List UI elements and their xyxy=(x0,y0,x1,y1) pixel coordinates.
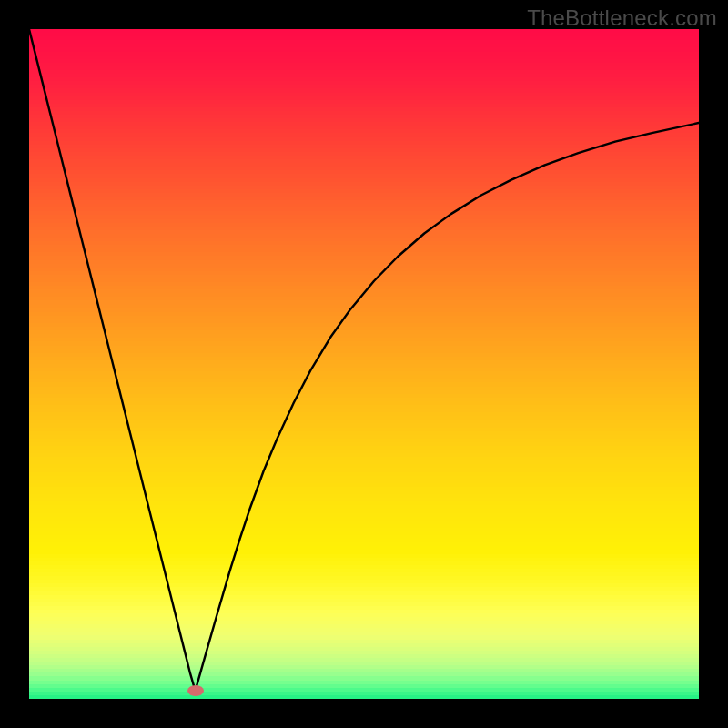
plot-area xyxy=(29,29,699,699)
bottleneck-curve xyxy=(29,29,699,699)
watermark-text: TheBottleneck.com xyxy=(527,5,717,31)
optimum-marker xyxy=(187,685,204,696)
chart-frame: TheBottleneck.com xyxy=(0,0,728,728)
curve-path xyxy=(29,29,699,691)
